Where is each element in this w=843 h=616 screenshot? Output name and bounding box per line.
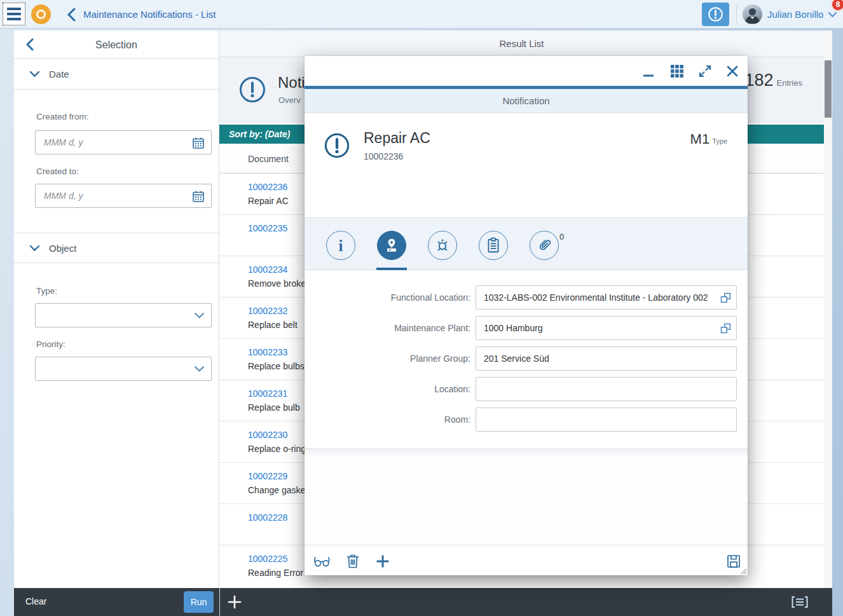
paperclip-icon	[536, 237, 552, 254]
document-description: Change gaske	[248, 485, 305, 495]
tab-info[interactable]: i	[326, 231, 355, 260]
object-icon	[434, 237, 451, 254]
top-bar: Maintenance Notifications - List Julian …	[0, 0, 843, 29]
dialog-footer	[305, 545, 748, 575]
entries-label: Entries	[777, 78, 802, 88]
sidebar-back-icon[interactable]	[25, 38, 35, 51]
notification-dialog: Notification Repair AC 10002236 M1Type S…	[305, 56, 748, 575]
value-help-icon[interactable]	[720, 292, 731, 303]
created-from-field[interactable]	[35, 130, 212, 154]
planner-group-input[interactable]	[476, 347, 736, 370]
priority-select[interactable]	[35, 357, 212, 381]
document-link[interactable]: 10002232	[248, 306, 287, 316]
user-menu[interactable]: Julian Bonillo	[767, 9, 823, 20]
document-link[interactable]: 10002228	[248, 512, 287, 523]
sidebar-footer: Clear Run	[14, 588, 219, 616]
run-button[interactable]: Run	[184, 591, 214, 613]
priority-label: Priority:	[36, 339, 65, 349]
functional-location-input[interactable]	[476, 286, 736, 309]
tab-attachments[interactable]	[530, 231, 559, 260]
chevron-down-icon[interactable]	[828, 11, 837, 18]
document-link[interactable]: 10002230	[248, 430, 287, 440]
grid-icon[interactable]	[668, 62, 687, 81]
dialog-object-header: Repair AC 10002236 M1Type Status: NOPR O…	[305, 113, 748, 218]
notification-title: Repair AC	[364, 130, 430, 147]
result-list-header: Result List	[219, 31, 824, 57]
dialog-title: Notification	[305, 89, 748, 113]
document-link[interactable]: 10002235	[248, 223, 287, 233]
back-icon[interactable]	[66, 8, 78, 22]
notifications-button[interactable]	[702, 3, 729, 26]
type-select-input[interactable]	[36, 304, 211, 327]
trash-icon[interactable]	[343, 552, 362, 571]
list-view-icon[interactable]	[791, 596, 809, 608]
avatar[interactable]	[743, 4, 762, 24]
room-input[interactable]	[476, 408, 736, 431]
maintenance-plant-field[interactable]	[476, 316, 737, 340]
section-object[interactable]: Object	[14, 233, 219, 263]
page-title: Maintenance Notifications - List	[83, 9, 216, 20]
document-link[interactable]: 10002229	[248, 471, 287, 481]
document-link[interactable]: 10002236	[248, 182, 287, 192]
selection-title: Selection	[14, 31, 219, 59]
planner-group-label: Planner Group:	[305, 346, 470, 371]
document-description: Replace bulbs	[248, 361, 305, 371]
location-input[interactable]	[476, 378, 736, 400]
notification-type: M1Type	[690, 131, 727, 147]
app-logo[interactable]	[31, 4, 51, 24]
add-notification-icon[interactable]	[227, 594, 242, 610]
location-field[interactable]	[476, 377, 737, 401]
created-from-input[interactable]	[36, 131, 211, 154]
created-to-field[interactable]	[35, 184, 212, 208]
room-field[interactable]	[476, 407, 737, 432]
priority-select-input[interactable]	[36, 357, 211, 380]
document-link[interactable]: 10002234	[248, 264, 287, 275]
select-chevron-icon[interactable]	[194, 366, 205, 373]
section-date-label: Date	[49, 69, 69, 79]
hamburger-menu-icon[interactable]	[3, 3, 25, 25]
form-row: Room:	[305, 407, 748, 432]
expand-icon[interactable]	[696, 62, 715, 81]
type-label: Type:	[36, 286, 57, 296]
document-link[interactable]: 10002231	[248, 388, 287, 399]
attachments-count: 0	[559, 232, 564, 242]
type-select[interactable]	[35, 303, 212, 327]
value-help-icon[interactable]	[720, 323, 731, 334]
dialog-form: Functional Location: Maintenance Plant:	[305, 270, 748, 448]
calendar-icon[interactable]	[192, 190, 205, 203]
selection-header: Selection	[14, 31, 219, 59]
dialog-title-bar[interactable]: Notification	[305, 89, 748, 113]
document-link[interactable]: 10002225	[248, 554, 287, 564]
tab-location[interactable]	[377, 231, 406, 260]
add-icon[interactable]	[373, 552, 392, 571]
created-from-label: Created from:	[36, 112, 89, 121]
calendar-icon[interactable]	[192, 137, 205, 149]
overview-subtitle: Overv	[278, 95, 301, 105]
minimize-icon[interactable]	[639, 62, 658, 81]
close-icon[interactable]	[723, 62, 742, 81]
functional-location-label: Functional Location:	[305, 285, 470, 310]
document-link[interactable]: 10002233	[248, 347, 287, 357]
glasses-icon[interactable]	[313, 552, 332, 571]
clear-button[interactable]: Clear	[25, 596, 46, 606]
section-chevron-icon	[29, 245, 40, 252]
clipboard-icon	[485, 237, 502, 254]
select-chevron-icon[interactable]	[194, 312, 205, 319]
selection-panel: Selection Date Created from: Created to:	[14, 31, 219, 588]
resize-grip[interactable]	[739, 567, 747, 575]
dialog-controls	[305, 56, 748, 86]
planner-group-field[interactable]	[476, 346, 737, 371]
alert-icon	[324, 132, 350, 159]
scrollbar-thumb[interactable]	[825, 60, 832, 118]
column-header-document: Document	[248, 154, 289, 164]
tab-object[interactable]	[428, 231, 457, 260]
main-footer	[220, 588, 832, 616]
entries-value: 182	[744, 71, 773, 90]
functional-location-field[interactable]	[476, 285, 737, 310]
created-to-input[interactable]	[36, 184, 211, 207]
scrollbar[interactable]	[824, 31, 832, 588]
tab-tasks[interactable]	[479, 231, 508, 260]
maintenance-plant-input[interactable]	[476, 317, 736, 339]
section-date[interactable]: Date	[14, 59, 219, 90]
dialog-tab-strip: i	[305, 218, 748, 270]
